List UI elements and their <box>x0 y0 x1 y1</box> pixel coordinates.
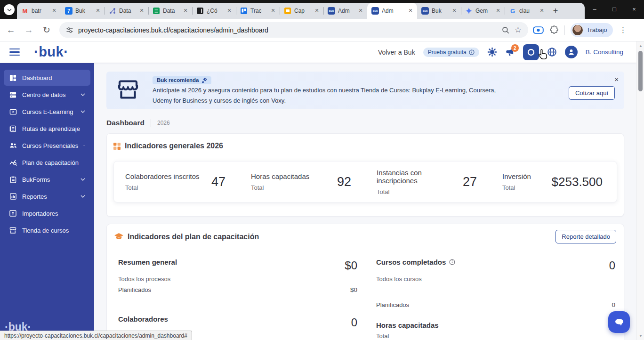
site-settings-icon[interactable] <box>66 26 73 34</box>
tab-close-icon[interactable]: × <box>407 7 414 15</box>
tab-close-icon[interactable]: × <box>269 7 277 15</box>
sidebar-item-label: Tienda de cursos <box>22 227 69 234</box>
tab-close-icon[interactable]: × <box>225 7 233 15</box>
browser-tab[interactable]: Data × <box>105 3 148 19</box>
buk-icon: buk <box>421 7 429 15</box>
dashboard-icon <box>9 74 17 82</box>
browser-tab[interactable]: Gem × <box>461 3 505 19</box>
browser-tab[interactable]: ¿Có × <box>192 3 236 19</box>
scroll-down-icon[interactable]: ▼ <box>637 332 644 340</box>
tab-close-icon[interactable]: × <box>138 7 145 15</box>
buk-logo[interactable]: ·buk· <box>34 44 68 60</box>
chat-widget-button[interactable] <box>608 311 630 333</box>
browser-window: M batr × 7 Buk × Data × Data × ¿Có <box>0 0 644 340</box>
new-tab-button[interactable]: + <box>548 3 563 19</box>
trial-badge[interactable]: Prueba gratuita <box>423 48 479 57</box>
sidebar-item-rutas-de-aprendizaje[interactable]: Rutas de aprendizaje <box>4 121 90 137</box>
cotizar-button[interactable]: Cotizar aquí <box>569 86 615 100</box>
bookmark-star-icon[interactable]: ☆ <box>515 25 522 35</box>
scrollbar-thumb[interactable] <box>638 51 643 91</box>
profile-chip[interactable]: Trabajo <box>571 23 613 37</box>
url-text: proyecto-capacitaciones.buk.cl/capacitac… <box>78 26 497 34</box>
banner-text-line1: Anticípate al 2026 y asegura contenido p… <box>153 86 496 95</box>
sidebar: Dashboard Centro de datos Cursos E-Learn… <box>0 63 94 340</box>
tab-search-button[interactable] <box>4 4 15 15</box>
forward-button[interactable]: → <box>22 23 36 37</box>
settings-gear-button[interactable] <box>487 47 497 57</box>
status-bar-url: https://proyecto-capacitaciones.buk.cl/c… <box>0 331 192 340</box>
browser-tab[interactable]: buk Buk × <box>417 3 461 19</box>
tab-close-icon[interactable]: × <box>182 7 189 15</box>
sidebar-item-plan-de-capacitacion[interactable]: Plan de capacitación <box>4 154 90 170</box>
extensions-puzzle-icon[interactable] <box>549 25 559 35</box>
gmail-icon: M <box>21 7 29 15</box>
tab-close-icon[interactable]: × <box>451 7 458 15</box>
reload-button[interactable]: ↻ <box>40 23 54 37</box>
window-close-button[interactable]: × <box>624 0 644 18</box>
buk-icon: buk <box>371 7 379 15</box>
volver-a-buk-link[interactable]: Volver a Buk <box>378 49 415 56</box>
metric-value: 92 <box>337 175 351 189</box>
row-label: Planificados <box>376 301 409 308</box>
sidebar-item-tienda-de-cursos[interactable]: Tienda de cursos <box>4 222 90 238</box>
group-sublabel: Todos los procesos <box>118 275 357 283</box>
chevron-down-icon <box>83 144 85 147</box>
graduation-cap-icon <box>114 233 123 240</box>
sidebar-item-label: Cursos E-Learning <box>22 108 73 115</box>
sidebar-item-centro-de-datos[interactable]: Centro de datos <box>4 87 90 103</box>
sheets-icon <box>153 7 160 15</box>
buk-icon: buk <box>328 7 335 15</box>
tab-close-icon[interactable]: × <box>538 7 546 15</box>
minimize-button[interactable]: – <box>585 0 604 18</box>
sidebar-item-dashboard[interactable]: Dashboard <box>4 70 90 86</box>
browser-tab[interactable]: 7 Buk × <box>61 3 105 19</box>
browser-tab[interactable]: Trac × <box>236 3 280 19</box>
metric-labels: Horas capacitadas Total <box>251 172 309 191</box>
browser-tab[interactable]: M batr × <box>17 3 61 19</box>
google-icon: G <box>509 7 516 15</box>
calendar-7-icon: 7 <box>65 7 72 15</box>
tab-strip: M batr × 7 Buk × Data × Data × ¿Có <box>0 0 644 19</box>
scroll-up-icon[interactable]: ▲ <box>637 42 644 49</box>
sidebar-item-bukforms[interactable]: BukForms <box>4 171 90 187</box>
gear-icon <box>487 47 497 57</box>
browser-tab[interactable]: buk Adm × <box>323 3 367 19</box>
zoom-icon[interactable] <box>501 26 510 34</box>
address-bar[interactable]: proyecto-capacitaciones.buk.cl/capacitac… <box>59 22 528 38</box>
info-icon[interactable] <box>449 259 455 265</box>
people-icon <box>9 142 17 150</box>
back-button[interactable]: ← <box>4 23 18 37</box>
breadcrumb-current[interactable]: Dashboard <box>106 119 145 127</box>
browser-tab[interactable]: Cap × <box>280 3 323 19</box>
tab-close-icon[interactable]: × <box>313 7 321 15</box>
tab-close-icon[interactable]: × <box>494 7 502 15</box>
media-control-icon[interactable] <box>533 26 544 34</box>
group-cursos-completados: Cursos completados 0 Todos los cursos Pl… <box>376 258 615 308</box>
metric-value: $253.500 <box>552 175 603 189</box>
breadcrumb-divider <box>151 119 151 127</box>
maximize-button[interactable]: □ <box>604 0 624 18</box>
account-avatar[interactable] <box>565 46 578 58</box>
announcements-button[interactable]: 2 <box>505 48 515 57</box>
sidebar-item-importadores[interactable]: Importadores <box>4 205 90 221</box>
banner-badge-label: Buk recomienda <box>157 77 199 83</box>
banner-close-icon[interactable]: × <box>614 75 619 83</box>
sidebar-item-cursos-elearning[interactable]: Cursos E-Learning <box>4 104 90 120</box>
account-name[interactable]: B. Consulting <box>586 49 623 56</box>
hamburger-menu-icon[interactable] <box>9 49 20 56</box>
reporte-detallado-button[interactable]: Reporte detallado <box>555 230 616 243</box>
browser-tab[interactable]: Data × <box>148 3 192 19</box>
sidebar-item-cursos-presenciales[interactable]: Cursos Presenciales <box>4 138 90 154</box>
browser-tab[interactable]: G clau × <box>505 3 548 19</box>
tab-title: batr <box>32 8 48 14</box>
tab-close-icon[interactable]: × <box>357 7 364 15</box>
tab-title: Cap <box>294 8 310 14</box>
sidebar-item-reportes[interactable]: Reportes <box>4 188 90 204</box>
browser-tab-active[interactable]: buk Adm × <box>367 3 417 19</box>
browser-menu-icon[interactable]: ⋮ <box>619 25 632 34</box>
tab-close-icon[interactable]: × <box>94 7 102 15</box>
tab-close-icon[interactable]: × <box>50 7 58 15</box>
window-controls: – □ × <box>585 0 644 18</box>
tab-title: Trac <box>250 8 266 14</box>
page-scrollbar[interactable]: ▲ ▼ <box>636 41 644 340</box>
